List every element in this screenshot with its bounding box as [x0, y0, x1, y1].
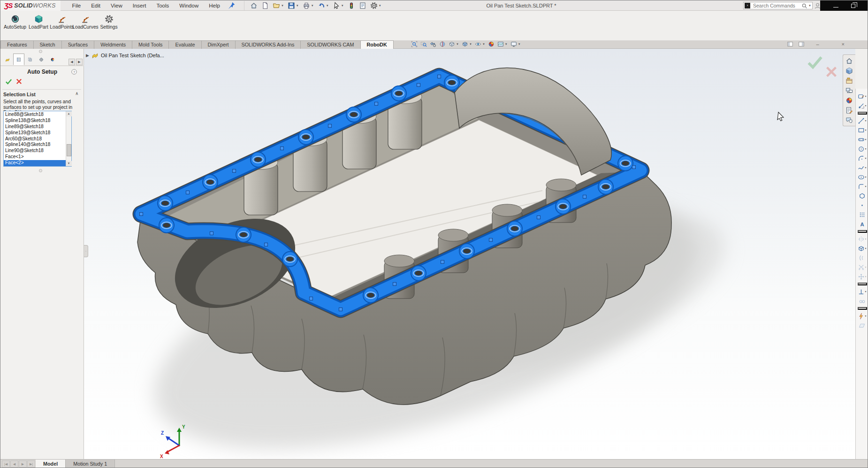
- custom-properties-tab[interactable]: [843, 105, 855, 115]
- sketch-button[interactable]: ▼: [856, 92, 868, 100]
- zoom-to-area-button[interactable]: [419, 41, 428, 47]
- select-button[interactable]: ▼: [331, 1, 345, 10]
- scroll-up-button[interactable]: ▲: [66, 111, 72, 116]
- menu-edit[interactable]: Edit: [86, 1, 106, 10]
- linear-sketch-pattern-button[interactable]: [856, 210, 868, 219]
- tab-motion-study-1[interactable]: Motion Study 1: [66, 460, 115, 468]
- quick-snaps-button[interactable]: ▼: [856, 312, 868, 320]
- straight-slot-button[interactable]: ▼: [856, 135, 868, 144]
- tab-surfaces[interactable]: Surfaces: [61, 40, 95, 49]
- save-button[interactable]: ▼: [286, 1, 300, 10]
- new-document-button[interactable]: [260, 1, 270, 10]
- print-button[interactable]: ▼: [301, 1, 315, 10]
- display-relations-button[interactable]: [856, 297, 868, 305]
- scrollbar-track[interactable]: [66, 116, 72, 161]
- display-style-button[interactable]: ▼: [460, 41, 473, 47]
- file-properties-button[interactable]: [358, 1, 368, 10]
- section-view-button[interactable]: [438, 41, 447, 47]
- rebuild-button[interactable]: [346, 1, 357, 10]
- ellipse-button[interactable]: ▼: [856, 173, 868, 181]
- doc-restore-button[interactable]: [822, 41, 833, 47]
- centerpoint-arc-button[interactable]: ▼: [856, 154, 868, 162]
- help-icon[interactable]: [71, 69, 77, 75]
- options-button[interactable]: ▼: [369, 1, 383, 10]
- menu-insert[interactable]: Insert: [128, 1, 152, 10]
- list-item-line90-sketch18[interactable]: Line90@Sketch18: [4, 148, 66, 154]
- menu-tools[interactable]: Tools: [151, 1, 174, 10]
- tree-root-label[interactable]: Oil Pan Test Sketch (Defa...: [101, 53, 164, 58]
- polygon-button[interactable]: [856, 192, 868, 200]
- tab-solidworks-cam[interactable]: SOLIDWORKS CAM: [300, 40, 360, 49]
- list-item-line88-sketch18[interactable]: Line88@Sketch18: [4, 112, 66, 118]
- tree-expander-icon[interactable]: ▶: [86, 53, 89, 58]
- list-item-spline138-sketch18[interactable]: Spline138@Sketch18: [4, 118, 66, 124]
- open-document-button[interactable]: ▼: [271, 1, 285, 10]
- tab-features[interactable]: Features: [0, 40, 34, 49]
- view-orientation-button[interactable]: ▼: [447, 41, 460, 47]
- spline-button[interactable]: ▼: [856, 163, 868, 172]
- sketch-picture-button[interactable]: [856, 321, 868, 330]
- corner-rectangle-button[interactable]: ▼: [856, 126, 868, 134]
- show-left-pane-button[interactable]: [784, 41, 796, 47]
- search-commands-input[interactable]: [752, 2, 801, 9]
- tab-solidworks-add-ins[interactable]: SOLIDWORKS Add-Ins: [235, 40, 301, 49]
- feature-manager-tab[interactable]: [2, 54, 13, 65]
- line-button[interactable]: ▼: [856, 116, 868, 125]
- tab-weldments[interactable]: Weldments: [94, 40, 132, 49]
- minimize-button[interactable]: [832, 3, 840, 8]
- nav-prev-button[interactable]: ◀: [10, 460, 18, 468]
- file-explorer-tab[interactable]: [843, 85, 855, 95]
- viewport-3d[interactable]: .bc{fill:#2282ec;stroke:#0b57b5;stroke-w…: [84, 49, 855, 459]
- collapse-section-icon[interactable]: ∧: [75, 91, 78, 96]
- confirmation-cancel-button[interactable]: [824, 65, 838, 79]
- point-button[interactable]: [856, 201, 868, 209]
- mirror-entities-button[interactable]: ▼: [856, 235, 868, 243]
- design-library-tab[interactable]: [843, 76, 855, 85]
- trim-entities-button[interactable]: ▼: [856, 263, 868, 271]
- doc-close-button[interactable]: ×: [833, 41, 847, 47]
- search-dropdown-icon[interactable]: ▼: [808, 4, 811, 7]
- text-button[interactable]: [856, 220, 868, 228]
- home-taskpane-tab[interactable]: [843, 56, 855, 66]
- hide-show-items-button[interactable]: ▼: [473, 41, 487, 47]
- listbox-scrollbar[interactable]: ▲ ▼: [66, 111, 71, 166]
- panel-splitter-handle[interactable]: ◦: [84, 245, 88, 257]
- nav-next-button[interactable]: ▶: [19, 460, 27, 468]
- search-scope-icon[interactable]: ›: [745, 3, 750, 8]
- appearances-scenes-tab[interactable]: [843, 95, 855, 105]
- search-icon[interactable]: [801, 3, 807, 9]
- load-part-button[interactable]: LoadPart: [27, 14, 50, 31]
- ok-button[interactable]: [3, 78, 14, 86]
- selection-list-header[interactable]: Selection List ∧: [3, 92, 81, 98]
- scrollbar-thumb[interactable]: [67, 144, 71, 156]
- property-manager-tab[interactable]: [13, 54, 24, 65]
- solidworks-resources-tab[interactable]: [843, 66, 855, 76]
- menu-file[interactable]: File: [67, 1, 86, 10]
- menu-window[interactable]: Window: [174, 1, 204, 10]
- circle-button[interactable]: ▼: [856, 145, 868, 153]
- load-points-button[interactable]: LoadPoints: [50, 14, 74, 31]
- view-settings-button[interactable]: ▼: [509, 41, 522, 47]
- list-item-spline140-sketch18[interactable]: Spline140@Sketch18: [4, 142, 66, 148]
- list-item-spline139-sketch18[interactable]: Spline139@Sketch18: [4, 130, 66, 136]
- cancel-button[interactable]: [14, 78, 24, 86]
- solidworks-forum-tab[interactable]: [843, 115, 855, 125]
- list-item-face-2-[interactable]: Face<2>: [4, 160, 66, 166]
- confirmation-accept-button[interactable]: [807, 54, 823, 70]
- show-right-pane-button[interactable]: [796, 41, 807, 47]
- list-item-line89-sketch18[interactable]: Line89@Sketch18: [4, 124, 66, 130]
- previous-view-button[interactable]: [428, 41, 438, 47]
- list-item-face-1-[interactable]: Face<1>: [4, 154, 66, 160]
- menu-view[interactable]: View: [106, 1, 128, 10]
- tab-evaluate[interactable]: Evaluate: [168, 40, 201, 49]
- undo-button[interactable]: ▼: [316, 1, 330, 10]
- panel-resize-grip-bottom[interactable]: [39, 169, 42, 172]
- settings-button[interactable]: Settings: [97, 14, 121, 31]
- zoom-to-fit-button[interactable]: [410, 41, 419, 47]
- configuration-manager-tab[interactable]: [24, 54, 36, 65]
- menu-help[interactable]: Help: [204, 1, 225, 10]
- move-entities-button[interactable]: ▼: [856, 272, 868, 281]
- convert-entities-button[interactable]: ▼: [856, 244, 868, 253]
- apply-scene-button[interactable]: ▼: [496, 41, 509, 47]
- panel-tabs-scroll-right-button[interactable]: ▶: [76, 59, 83, 65]
